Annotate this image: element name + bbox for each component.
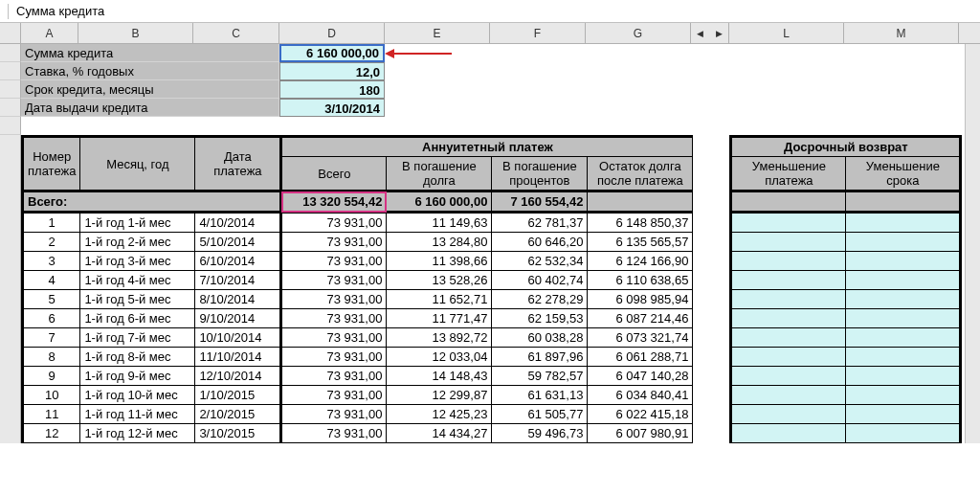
cell-interest[interactable]: 61 897,96 <box>492 348 588 367</box>
cell-num[interactable]: 3 <box>23 252 80 271</box>
cell-reduce-payment[interactable] <box>731 213 846 233</box>
cell-month[interactable]: 1-й год 10-й мес <box>80 386 195 405</box>
col-header-B[interactable]: B <box>78 23 193 43</box>
cell-total[interactable]: 73 931,00 <box>281 386 387 405</box>
table-row[interactable]: 51-й год 5-й мес8/10/201473 931,0011 652… <box>23 290 961 309</box>
cell-interest[interactable]: 60 402,74 <box>492 271 588 290</box>
cell-reduce-term[interactable] <box>846 290 961 309</box>
table-row[interactable]: 61-й год 6-й мес9/10/201473 931,0011 771… <box>23 309 961 328</box>
cell-balance[interactable]: 6 034 840,41 <box>588 386 693 405</box>
cell-total[interactable]: 73 931,00 <box>281 233 387 252</box>
cell-num[interactable]: 7 <box>23 328 80 348</box>
cell-total[interactable]: 73 931,00 <box>281 367 387 386</box>
cell-balance[interactable]: 6 110 638,65 <box>588 271 693 290</box>
cell-principal[interactable]: 12 299,87 <box>387 386 492 405</box>
cell-num[interactable]: 1 <box>23 213 80 233</box>
row-header[interactable] <box>0 62 21 80</box>
col-header-G[interactable]: G <box>586 23 691 43</box>
cell-principal[interactable]: 13 892,72 <box>387 328 492 348</box>
cell-interest[interactable]: 62 781,37 <box>492 213 588 233</box>
scroll-right-icon[interactable]: ▶ <box>710 23 729 43</box>
cell-principal[interactable]: 14 148,43 <box>387 367 492 386</box>
cell-principal[interactable]: 12 033,04 <box>387 348 492 367</box>
cell-reduce-payment[interactable] <box>731 290 846 309</box>
cell-num[interactable]: 2 <box>23 233 80 252</box>
cell-date[interactable]: 10/10/2014 <box>195 328 281 348</box>
cell-num[interactable]: 8 <box>23 348 80 367</box>
cell-balance[interactable]: 6 098 985,94 <box>588 290 693 309</box>
cell-month[interactable]: 1-й год 6-й мес <box>80 309 195 328</box>
cell-total[interactable]: 73 931,00 <box>281 424 387 443</box>
cell-reduce-payment[interactable] <box>731 309 846 328</box>
cell-num[interactable]: 10 <box>23 386 80 405</box>
table-row[interactable]: 81-й год 8-й мес11/10/201473 931,0012 03… <box>23 348 961 367</box>
row-header[interactable] <box>0 44 21 62</box>
cell-reduce-term[interactable] <box>846 309 961 328</box>
cell-principal[interactable]: 14 434,27 <box>387 424 492 443</box>
cell-balance[interactable]: 6 022 415,18 <box>588 405 693 424</box>
cell-reduce-payment[interactable] <box>731 328 846 348</box>
cell-interest[interactable]: 62 159,53 <box>492 309 588 328</box>
th-interest[interactable]: В погашение процентов <box>492 157 588 191</box>
cell-balance[interactable]: 6 148 850,37 <box>588 213 693 233</box>
cell-interest[interactable]: 60 038,28 <box>492 328 588 348</box>
cell-total[interactable]: 73 931,00 <box>281 309 387 328</box>
cell-date[interactable]: 7/10/2014 <box>195 271 281 290</box>
table-row[interactable]: 121-й год 12-й мес3/10/201573 931,0014 4… <box>23 424 961 443</box>
cell-principal[interactable]: 11 149,63 <box>387 213 492 233</box>
cell-date[interactable]: 9/10/2014 <box>195 309 281 328</box>
table-row[interactable]: 71-й год 7-й мес10/10/201473 931,0013 89… <box>23 328 961 348</box>
cell-total[interactable]: 73 931,00 <box>281 252 387 271</box>
cell-date[interactable]: 8/10/2014 <box>195 290 281 309</box>
cell-month[interactable]: 1-й год 5-й мес <box>80 290 195 309</box>
cell-date[interactable]: 12/10/2014 <box>195 367 281 386</box>
totals-reduce-term[interactable] <box>846 191 961 213</box>
cell-reduce-term[interactable] <box>846 348 961 367</box>
totals-interest[interactable]: 7 160 554,42 <box>492 191 588 213</box>
param-label[interactable]: Сумма кредита <box>21 44 279 62</box>
cell-reduce-term[interactable] <box>846 405 961 424</box>
table-row[interactable]: 101-й год 10-й мес1/10/201573 931,0012 2… <box>23 386 961 405</box>
cell-interest[interactable]: 60 646,20 <box>492 233 588 252</box>
cell-month[interactable]: 1-й год 3-й мес <box>80 252 195 271</box>
cell-num[interactable]: 6 <box>23 309 80 328</box>
table-row[interactable]: 41-й год 4-й мес7/10/201473 931,0013 528… <box>23 271 961 290</box>
totals-balance[interactable] <box>588 191 693 213</box>
col-header-M[interactable]: M <box>844 23 959 43</box>
cell-month[interactable]: 1-й год 11-й мес <box>80 405 195 424</box>
cell-principal[interactable]: 13 528,26 <box>387 271 492 290</box>
totals-reduce-payment[interactable] <box>731 191 846 213</box>
cell-principal[interactable]: 12 425,23 <box>387 405 492 424</box>
cell-reduce-term[interactable] <box>846 367 961 386</box>
th-principal[interactable]: В погашение долга <box>387 157 492 191</box>
cell-principal[interactable]: 11 398,66 <box>387 252 492 271</box>
cell-reduce-term[interactable] <box>846 328 961 348</box>
cell-balance[interactable]: 6 124 166,90 <box>588 252 693 271</box>
cell-month[interactable]: 1-й год 4-й мес <box>80 271 195 290</box>
cell-reduce-payment[interactable] <box>731 233 846 252</box>
cell-balance[interactable]: 6 047 140,28 <box>588 367 693 386</box>
cell-reduce-term[interactable] <box>846 424 961 443</box>
cell-total[interactable]: 73 931,00 <box>281 405 387 424</box>
cell-reduce-term[interactable] <box>846 233 961 252</box>
cell-date[interactable]: 6/10/2014 <box>195 252 281 271</box>
cell-num[interactable]: 12 <box>23 424 80 443</box>
vertical-scrollbar[interactable] <box>965 44 980 443</box>
cell-num[interactable]: 4 <box>23 271 80 290</box>
table-row[interactable]: 31-й год 3-й мес6/10/201473 931,0011 398… <box>23 252 961 271</box>
cell-num[interactable]: 9 <box>23 367 80 386</box>
th-date[interactable]: Дата платежа <box>195 137 281 191</box>
cell-reduce-payment[interactable] <box>731 367 846 386</box>
cell-reduce-term[interactable] <box>846 213 961 233</box>
formula-bar[interactable]: Сумма кредита <box>0 0 980 23</box>
table-row[interactable]: 111-й год 11-й мес2/10/201573 931,0012 4… <box>23 405 961 424</box>
col-header-L[interactable]: L <box>729 23 844 43</box>
cell-reduce-term[interactable] <box>846 252 961 271</box>
cell-interest[interactable]: 61 631,13 <box>492 386 588 405</box>
cell-interest[interactable]: 61 505,77 <box>492 405 588 424</box>
select-all-corner[interactable] <box>0 23 21 43</box>
cell-reduce-payment[interactable] <box>731 386 846 405</box>
cell-reduce-payment[interactable] <box>731 252 846 271</box>
param-value[interactable]: 3/10/2014 <box>279 99 385 117</box>
cell-month[interactable]: 1-й год 8-й мес <box>80 348 195 367</box>
